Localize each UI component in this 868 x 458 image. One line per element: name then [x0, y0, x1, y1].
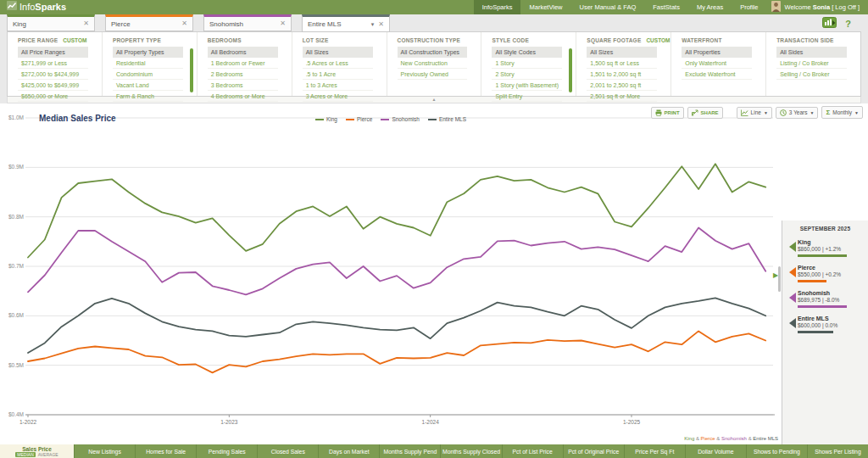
time-range-dropdown[interactable]: 3 Years▼	[776, 107, 819, 119]
stat-arrow-icon	[789, 242, 796, 252]
filter-option-all-price-ranges[interactable]: All Price Ranges	[18, 47, 88, 58]
column-scrollbar[interactable]	[190, 48, 193, 92]
filter-option-all-property-types[interactable]: All Property Types	[113, 47, 183, 58]
area-tab-entire-mls[interactable]: Entire MLS▾✕	[302, 14, 390, 32]
filter-option-farm-ranch[interactable]: Farm & Ranch	[113, 91, 183, 102]
filter-option-previously-owned[interactable]: Previously Owned	[398, 69, 468, 80]
filter-option-271-999-or-less[interactable]: $271,999 or Less	[18, 58, 88, 69]
metric-tab-sales-price[interactable]: Sales PriceMEDIANAVERAGE	[0, 444, 75, 458]
filter-option-425-000-to-649-999[interactable]: $425,000 to $649,999	[18, 80, 88, 91]
area-tab-pierce[interactable]: Pierce✕	[105, 14, 193, 31]
filter-option-272-000-to-424-999[interactable]: $272,000 to $424,999	[18, 69, 88, 80]
filter-option-5-acres-or-less[interactable]: .5 Acres or Less	[303, 58, 373, 69]
chart-pan-scrollbar[interactable]	[778, 266, 781, 292]
metric-tab-shows-to-pending[interactable]: Shows to Pending	[747, 444, 808, 458]
chart-controls: PRINT SHARE Line▼ 3 Years▼ Σ Monthly▼	[651, 106, 863, 119]
filter-option-selling-co-broker[interactable]: Selling / Co Broker	[776, 69, 847, 80]
print-button[interactable]: PRINT	[651, 107, 684, 119]
filter-option-exclude-waterfront[interactable]: Exclude Waterfront	[682, 69, 752, 80]
filter-option-650-000-or-more[interactable]: $650,000 or More	[18, 91, 88, 102]
chart-type-dropdown[interactable]: Line▼	[737, 107, 772, 119]
filter-column-property-type: PROPERTY TYPEAll Property TypesResidenti…	[103, 32, 198, 96]
share-button[interactable]: SHARE	[687, 107, 723, 119]
nav-item-infosparks[interactable]: InfoSparks	[474, 0, 521, 14]
metric-tab-months-supply-pend[interactable]: Months Supply Pend	[380, 444, 441, 458]
metric-tab-price-per-sq-ft[interactable]: Price Per Sq Ft	[625, 444, 686, 458]
area-tab-label: Snohomish	[209, 20, 280, 28]
filter-column-square-footage: SQUARE FOOTAGECUSTOMAll Sizes1,500 sq ft…	[576, 32, 671, 96]
area-tab-snohomish[interactable]: Snohomish✕	[203, 14, 292, 31]
close-icon[interactable]: ✕	[83, 20, 89, 27]
column-scrollbar[interactable]	[569, 48, 572, 92]
metric-tab-shows-per-listing[interactable]: Shows Per Listing	[808, 444, 868, 458]
chevron-down-icon[interactable]: ▾	[371, 21, 375, 28]
filter-option-listing-co-broker[interactable]: Listing / Co Broker	[776, 58, 847, 69]
top-nav-bar: InfoSparks InfoSparksMarketViewUser Manu…	[0, 0, 868, 14]
filter-option-1-501-to-2-000-sq-ft[interactable]: 1,501 to 2,000 sq ft	[587, 69, 657, 80]
filter-option-only-waterfront[interactable]: Only Waterfront	[682, 58, 752, 69]
filter-option-condominium[interactable]: Condominium	[113, 69, 183, 80]
filter-option-1-to-3-acres[interactable]: 1 to 3 Acres	[303, 80, 373, 91]
filter-column-construction-type: CONSTRUCTION TYPEAll Construction TypesN…	[387, 32, 482, 96]
area-tab-king[interactable]: King✕	[7, 14, 95, 31]
metric-tab-pct-of-original-price[interactable]: Pct of Original Price	[564, 444, 625, 458]
median-toggle[interactable]: MEDIAN	[15, 452, 35, 457]
close-icon[interactable]: ✕	[378, 21, 384, 28]
logo[interactable]: InfoSparks	[0, 0, 66, 14]
metric-tab-pending-sales[interactable]: Pending Sales	[197, 444, 258, 458]
average-toggle[interactable]: AVERAGE	[38, 452, 58, 457]
custom-link[interactable]: CUSTOM	[646, 37, 670, 43]
filter-option-3-acres-or-more[interactable]: 3 Acres or More	[303, 91, 373, 102]
filter-option-all-sizes[interactable]: All Sizes	[303, 47, 373, 58]
filter-option-residential[interactable]: Residential	[113, 58, 183, 69]
filter-column-title: STYLE CODE	[492, 37, 529, 43]
filter-option-all-bedrooms[interactable]: All Bedrooms	[208, 47, 278, 58]
metric-tab-dollar-volume[interactable]: Dollar Volume	[686, 444, 747, 458]
aggregation-dropdown[interactable]: Σ Monthly▼	[821, 106, 863, 119]
custom-link[interactable]: CUSTOM	[63, 37, 86, 43]
filter-option-all-sides[interactable]: All Sides	[776, 47, 847, 58]
filter-option-vacant-land[interactable]: Vacant Land	[113, 80, 183, 91]
filter-option-all-construction-types[interactable]: All Construction Types	[398, 47, 468, 58]
filter-option-1-story-with-basement[interactable]: 1 Story (with Basement)	[492, 80, 562, 91]
filter-option-2-bedrooms[interactable]: 2 Bedrooms	[208, 69, 278, 80]
nav-item-faststats[interactable]: FastStats	[644, 0, 688, 14]
filter-option-all-style-codes[interactable]: All Style Codes	[492, 47, 562, 58]
metric-tab-days-on-market[interactable]: Days on Market	[319, 444, 380, 458]
metric-tab-closed-sales[interactable]: Closed Sales	[258, 444, 319, 458]
filter-option-1-bedroom-or-fewer[interactable]: 1 Bedroom or Fewer	[208, 58, 278, 69]
close-icon[interactable]: ✕	[280, 20, 286, 27]
nav-item-marketview[interactable]: MarketView	[520, 0, 570, 14]
filter-column-title: WATERFRONT	[682, 37, 721, 43]
legend-swatch	[346, 119, 354, 120]
stat-trend-bar	[798, 305, 847, 308]
logoff-link[interactable]: [ Log Off ]	[832, 3, 860, 11]
filter-option-split-entry[interactable]: Split Entry	[492, 91, 562, 102]
metric-tab-pct-of-list-price[interactable]: Pct of List Price	[503, 444, 564, 458]
x-tick-label: 1-2024	[422, 419, 440, 425]
filter-option-1-500-sq-ft-or-less[interactable]: 1,500 sq ft or Less	[587, 58, 657, 69]
metric-tab-homes-for-sale[interactable]: Homes for Sale	[136, 444, 197, 458]
stat-trend-bar	[798, 280, 826, 282]
nav-item-user-manual-faq[interactable]: User Manual & FAQ	[571, 0, 645, 14]
filter-option-new-construction[interactable]: New Construction	[398, 58, 468, 69]
filter-option-4-bedrooms-or-more[interactable]: 4 Bedrooms or More	[208, 91, 278, 102]
filter-option-2-501-sq-ft-or-more[interactable]: 2,501 sq ft or More	[587, 91, 657, 102]
export-chart-icon[interactable]	[822, 16, 837, 31]
legend-swatch	[315, 119, 324, 120]
filter-column-title: PRICE RANGE	[18, 37, 58, 43]
filter-option-1-story[interactable]: 1 Story	[492, 58, 562, 69]
close-icon[interactable]: ✕	[181, 20, 187, 27]
nav-item-my-areas[interactable]: My Areas	[688, 0, 732, 14]
filter-option-all-sizes[interactable]: All Sizes	[587, 47, 657, 58]
metric-tab-months-supply-closed[interactable]: Months Supply Closed	[441, 444, 502, 458]
filter-option-2-story[interactable]: 2 Story	[492, 69, 562, 80]
filter-option-2-001-to-2-500-sq-ft[interactable]: 2,001 to 2,500 sq ft	[587, 80, 657, 91]
help-icon[interactable]: ?	[845, 19, 851, 29]
nav-item-profile[interactable]: Profile	[732, 0, 766, 14]
metric-tab-new-listings[interactable]: New Listings	[75, 444, 136, 458]
filter-option-3-bedrooms[interactable]: 3 Bedrooms	[208, 80, 278, 91]
filter-option-all-properties[interactable]: All Properties	[682, 47, 752, 58]
series-line-pierce	[28, 331, 765, 372]
filter-option-5-to-1-acre[interactable]: .5 to 1 Acre	[303, 69, 373, 80]
